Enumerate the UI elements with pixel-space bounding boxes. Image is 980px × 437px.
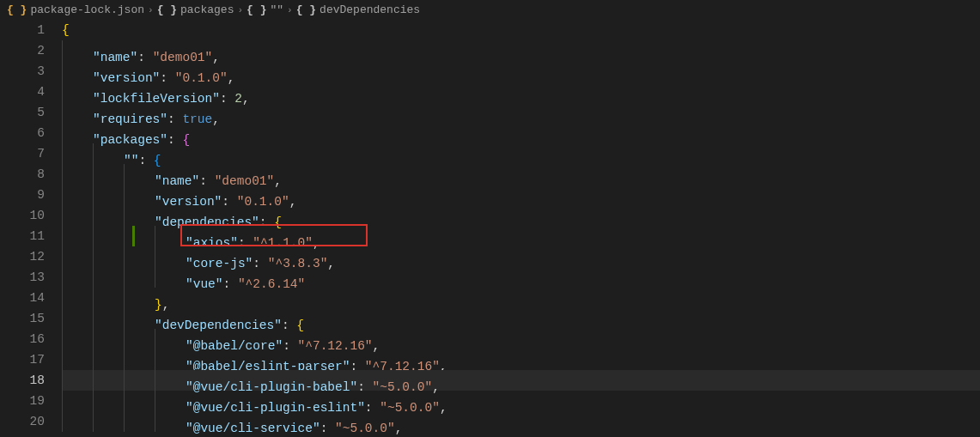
line-number: 9 [0, 185, 45, 205]
line-number: 2 [0, 40, 45, 61]
code-line[interactable]: "@vue/cli-service": "~5.0.0", [62, 411, 980, 432]
breadcrumb-item-packages[interactable]: { } packages [157, 3, 234, 16]
line-number: 18 [0, 370, 45, 391]
line-number: 14 [0, 288, 45, 308]
line-number: 20 [0, 411, 45, 432]
code-line[interactable]: "lockfileVersion": 2, [62, 82, 980, 102]
code-line[interactable]: "devDependencies": { [62, 308, 980, 329]
code-line[interactable]: "": { [62, 143, 980, 164]
code-line[interactable]: "requires": true, [62, 102, 980, 123]
code-line[interactable]: "@vue/cli-plugin-eslint": "~5.0.0", [62, 391, 980, 411]
code-line[interactable]: "vue": "^2.6.14" [62, 267, 980, 288]
code-line[interactable]: { [62, 20, 980, 40]
breadcrumb-item-empty[interactable]: { } "" [247, 3, 283, 16]
line-number: 11 [0, 226, 45, 246]
line-number: 17 [0, 349, 45, 370]
braces-icon: { } [157, 3, 177, 16]
code-line[interactable]: "@babel/eslint-parser": "^7.12.16", [62, 349, 980, 370]
breadcrumb-label: packages [180, 3, 234, 16]
line-number: 7 [0, 143, 45, 164]
breadcrumb[interactable]: { } package-lock.json › { } packages › {… [0, 0, 980, 20]
line-number: 8 [0, 164, 45, 185]
chevron-right-icon: › [148, 5, 154, 15]
line-number: 19 [0, 391, 45, 411]
line-number: 15 [0, 308, 45, 329]
code-line[interactable]: "@vue/cli-plugin-babel": "~5.0.0", [62, 370, 980, 391]
code-line[interactable]: }, [62, 288, 980, 308]
chevron-right-icon: › [287, 5, 293, 15]
code-line[interactable]: "version": "0.1.0", [62, 61, 980, 82]
code-line[interactable]: "version": "0.1.0", [62, 185, 980, 205]
breadcrumb-item-file[interactable]: { } package-lock.json [7, 3, 144, 16]
code-line[interactable]: "core-js": "^3.8.3", [62, 246, 980, 267]
braces-icon: { } [296, 3, 316, 16]
code-line[interactable]: "@babel/core": "^7.12.16", [62, 329, 980, 349]
code-area[interactable]: {"name": "demo01","version": "0.1.0","lo… [62, 20, 980, 434]
braces-icon: { } [7, 3, 27, 16]
line-number: 3 [0, 61, 45, 82]
code-line[interactable]: "packages": { [62, 123, 980, 143]
line-number-gutter: 1234567891011121314151617181920 [0, 20, 62, 434]
code-editor[interactable]: 1234567891011121314151617181920 {"name":… [0, 20, 980, 434]
line-number: 5 [0, 102, 45, 123]
code-line[interactable]: "name": "demo01", [62, 40, 980, 61]
line-number: 1 [0, 20, 45, 40]
code-line[interactable]: "name": "demo01", [62, 164, 980, 185]
line-number: 6 [0, 123, 45, 143]
braces-icon: { } [247, 3, 266, 16]
code-line[interactable]: "axios": "^1.1.0", [62, 226, 980, 246]
breadcrumb-label: "" [270, 3, 283, 16]
line-number: 13 [0, 267, 45, 288]
line-number: 16 [0, 329, 45, 349]
breadcrumb-label: devDependencies [320, 3, 420, 16]
line-number: 4 [0, 82, 45, 102]
line-number: 12 [0, 246, 45, 267]
chevron-right-icon: › [237, 5, 243, 15]
breadcrumb-label: package-lock.json [30, 3, 144, 16]
code-line[interactable]: "dependencies": { [62, 205, 980, 226]
line-number: 10 [0, 205, 45, 226]
breadcrumb-item-devdeps[interactable]: { } devDependencies [296, 3, 420, 16]
